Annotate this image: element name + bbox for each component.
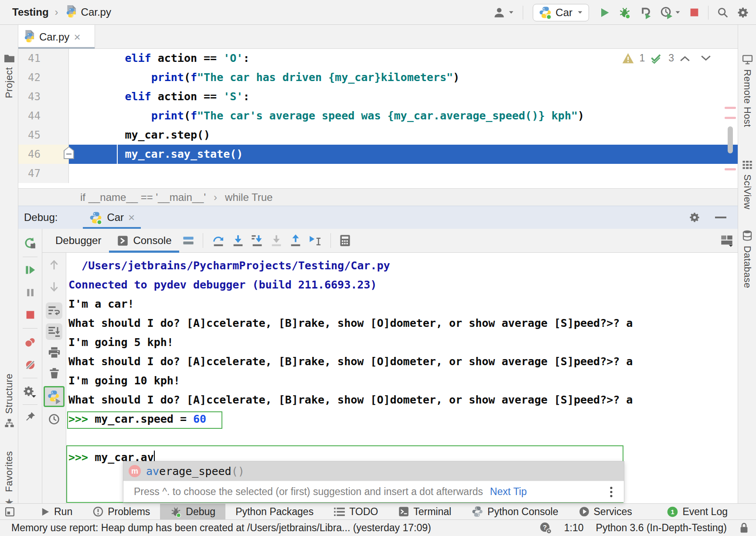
sidebar-item-remote-host[interactable]: Remote Host	[738, 54, 756, 127]
stop-button[interactable]	[689, 7, 700, 18]
sidebar-item-sciview[interactable]: SciView	[738, 160, 756, 210]
completion-item[interactable]: m average_speed()	[123, 461, 624, 481]
sidebar-item-structure[interactable]: Structure	[0, 373, 18, 428]
breadcrumb-item[interactable]: if __name__ == '__main__'	[80, 191, 206, 204]
view-breakpoints-icon[interactable]	[24, 336, 37, 349]
sidebar-item-database[interactable]: Database	[738, 230, 756, 288]
pin-icon[interactable]	[24, 411, 36, 423]
sidebar-item-project[interactable]: Project	[0, 54, 18, 98]
minimize-icon[interactable]	[715, 217, 726, 218]
step-over-icon[interactable]	[211, 234, 225, 247]
inspection-widget[interactable]: 1 3	[622, 52, 712, 64]
code-line-43[interactable]: 43 elif action == 'S':	[18, 87, 738, 106]
debug-console-output[interactable]: /Users/jetbrains/PycharmProjects/Testing…	[66, 256, 738, 467]
error-stripe-mark[interactable]	[725, 168, 736, 170]
breadcrumb-item[interactable]: while True	[225, 191, 272, 204]
bottom-tab-terminal[interactable]: Terminal	[388, 504, 461, 519]
py-gray-icon	[471, 505, 484, 518]
stop-icon[interactable]	[25, 309, 36, 320]
interpreter-widget-icon[interactable]: ?	[539, 522, 552, 534]
scroll-to-end-icon[interactable]	[46, 323, 62, 340]
console-line: I'm going 5 kph!	[66, 333, 738, 352]
rerun-icon[interactable]	[24, 237, 37, 250]
code-line-44[interactable]: 44 print(f"The car's average speed was {…	[18, 106, 738, 126]
lock-icon[interactable]	[739, 522, 749, 534]
run-configuration-select[interactable]: Car	[533, 4, 589, 21]
warning-icon	[622, 53, 634, 64]
evaluate-expression-icon[interactable]	[339, 234, 351, 247]
error-stripe-mark[interactable]	[725, 117, 736, 119]
kebab-menu-icon[interactable]	[609, 486, 613, 498]
next-tip-link[interactable]: Next Tip	[490, 486, 527, 498]
code-line-47[interactable]: 47	[18, 164, 738, 183]
line-number[interactable]: 45	[18, 126, 69, 145]
command-history-icon[interactable]	[48, 413, 60, 425]
search-everywhere-icon[interactable]	[717, 7, 729, 19]
caret-position[interactable]: 1:10	[564, 522, 584, 534]
bottom-tab-python-console[interactable]: Python Console	[461, 504, 568, 519]
settings-gear-icon[interactable]	[737, 7, 749, 19]
close-icon[interactable]: ×	[74, 33, 80, 41]
interpreter-label[interactable]: Python 3.6 (In-Depth-Testing)	[596, 522, 727, 534]
show-python-prompt-button[interactable]	[44, 386, 65, 407]
code-line-46[interactable]: 46 my_car.say_state()	[18, 145, 738, 164]
bottom-tab-problems[interactable]: Problems	[82, 504, 160, 519]
code-text: print(f"The car has driven {my_car}kilom…	[69, 68, 738, 87]
step-out-icon[interactable]	[289, 234, 302, 247]
chevron-down-icon	[577, 9, 583, 16]
attach-to-process-button[interactable]	[639, 6, 652, 19]
bottom-tab-todo[interactable]: TODO	[324, 504, 388, 519]
run-button[interactable]	[598, 7, 610, 19]
svg-text:?: ?	[543, 523, 547, 531]
tab-label: Python Console	[487, 506, 558, 518]
view-options-icon[interactable]	[182, 235, 194, 246]
breadcrumb-project[interactable]: Testing	[12, 6, 49, 18]
chevron-down-icon[interactable]	[674, 9, 681, 16]
code-editor[interactable]: 41 elif action == 'O':42 print(f"The car…	[18, 49, 738, 188]
resume-program-icon[interactable]	[24, 264, 36, 276]
console-line: What should I do? [A]ccelerate, [B]rake,…	[66, 314, 738, 333]
breadcrumb-file[interactable]: Car.py	[81, 6, 111, 18]
bottom-tab-event-log[interactable]: 1Event Log	[657, 504, 738, 519]
debug-settings-gear-icon[interactable]	[689, 212, 700, 223]
tab-label: Terminal	[413, 506, 451, 518]
error-stripe-mark[interactable]	[725, 107, 736, 109]
step-into-my-code-icon[interactable]	[251, 234, 264, 247]
line-number[interactable]: 43	[18, 87, 69, 106]
status-message[interactable]: Memory use report: Heap dump has been cr…	[11, 522, 431, 534]
editor-scrollbar[interactable]	[728, 126, 733, 153]
step-into-icon[interactable]	[232, 234, 245, 247]
code-line-42[interactable]: 42 print(f"The car has driven {my_car}ki…	[18, 68, 738, 87]
line-number[interactable]: 41	[18, 49, 69, 68]
next-problem-icon[interactable]	[700, 54, 712, 62]
bottom-tab-run[interactable]: Run	[30, 504, 82, 519]
code-line-45[interactable]: 45 my_car.step()	[18, 126, 738, 145]
prev-problem-icon[interactable]	[679, 54, 691, 62]
clear-console-icon[interactable]	[49, 367, 60, 379]
tab-debugger[interactable]: Debugger	[48, 229, 109, 253]
chevron-down-icon[interactable]	[508, 9, 514, 16]
line-number[interactable]: 47	[18, 164, 69, 183]
mute-breakpoints-icon[interactable]	[24, 359, 36, 371]
debug-button[interactable]	[618, 6, 631, 19]
bottom-tab-services[interactable]: Services	[569, 504, 642, 519]
debug-session-tab[interactable]: Car ×	[83, 206, 141, 229]
user-icon[interactable]	[493, 6, 506, 19]
settings-gear-icon[interactable]	[23, 385, 37, 398]
line-number[interactable]: 42	[18, 68, 69, 87]
toolwindow-switcher-icon[interactable]	[4, 506, 15, 517]
completion-popup: m average_speed() Press ^. to choose the…	[123, 461, 624, 502]
sidebar-item-favorites[interactable]: Favorites ★	[0, 451, 18, 509]
print-icon[interactable]	[48, 347, 61, 359]
restore-layout-icon[interactable]	[720, 234, 733, 247]
close-icon[interactable]: ×	[128, 213, 135, 222]
tab-car-py[interactable]: Car.py ×	[18, 25, 95, 49]
run-to-cursor-icon[interactable]	[308, 234, 322, 247]
soft-wrap-icon[interactable]	[46, 302, 62, 319]
profiler-button[interactable]	[660, 6, 673, 19]
bottom-tab-debug[interactable]: Debug	[160, 504, 225, 519]
bottom-tab-python-packages[interactable]: Python Packages	[225, 504, 324, 519]
line-number[interactable]: 44	[18, 106, 69, 126]
tab-console[interactable]: Console	[109, 229, 179, 253]
line-number[interactable]: 46	[18, 145, 69, 164]
